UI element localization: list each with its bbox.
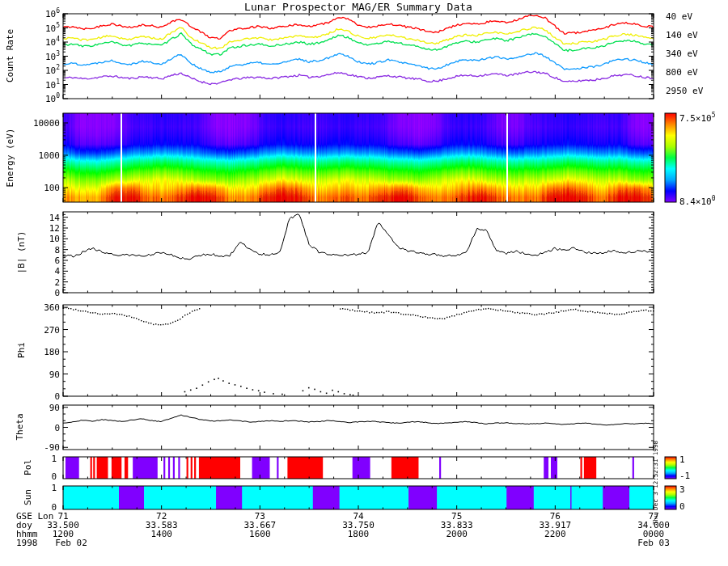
phi-dot xyxy=(493,309,493,310)
phi-dot xyxy=(342,308,343,309)
phi-dot xyxy=(548,312,549,313)
pol-bar-segment xyxy=(163,457,165,479)
pol-ylabel: Pol xyxy=(23,459,33,475)
phi-dot xyxy=(556,311,557,312)
phi-dot xyxy=(153,324,154,325)
pol-scalebar xyxy=(665,457,676,479)
phi-dot xyxy=(524,313,525,314)
phi-dot xyxy=(565,310,566,311)
pol-scale-min: -1 xyxy=(679,471,690,481)
phi-dot xyxy=(388,310,389,311)
phi-dot xyxy=(420,316,421,317)
sun-scalebar xyxy=(665,486,676,509)
phi-dot xyxy=(400,314,401,315)
phi-dot xyxy=(629,311,629,312)
ytick-label: 6 xyxy=(54,256,60,266)
phi-dot xyxy=(163,324,163,325)
pol-bar-segment xyxy=(584,457,596,479)
bmag-ylabel: |B| (nT) xyxy=(16,231,27,274)
pol-bar-segment xyxy=(191,457,193,479)
phi-dot xyxy=(578,310,578,310)
ytick-label: 90 xyxy=(49,403,60,413)
phi-dot xyxy=(519,313,520,314)
phi-dot xyxy=(604,313,605,314)
legend-140ev: 140 eV xyxy=(666,30,698,40)
ytick-label: 100 xyxy=(45,92,60,104)
phi-dot xyxy=(165,323,166,324)
phi-dot xyxy=(376,312,377,313)
phi-dot xyxy=(536,315,537,315)
ytick-label: 0 xyxy=(54,391,60,402)
count-rate-legend: 40 eV 140 eV 340 eV 800 eV 2950 eV xyxy=(666,11,704,96)
phi-dot xyxy=(362,311,362,312)
phi-dot xyxy=(539,314,540,315)
xtick-hhmm: 2200 xyxy=(544,529,566,539)
phi-dot xyxy=(517,312,518,313)
phi-dot xyxy=(172,322,173,323)
ytick-label: 1 xyxy=(51,483,57,493)
count-rate-ylabel: Count Rate xyxy=(5,29,15,82)
phi-dot xyxy=(141,320,142,321)
phi-dot xyxy=(116,314,117,315)
sun-bar-segment xyxy=(506,486,534,509)
phi-dot xyxy=(553,313,554,314)
phi-dot xyxy=(320,391,322,393)
pol-bar-segment xyxy=(178,457,180,479)
phi-dot xyxy=(80,310,81,311)
phi-dot xyxy=(434,318,435,319)
ytick-label: 10 xyxy=(49,234,60,244)
series-line-800ev xyxy=(63,53,654,73)
ytick-label: 105 xyxy=(45,22,60,34)
phi-dot xyxy=(124,315,125,316)
phi-dot xyxy=(158,324,159,325)
phi-dot xyxy=(633,310,634,311)
ytick-label: 14 xyxy=(49,213,61,223)
phi-dot xyxy=(240,386,242,387)
phi-dot xyxy=(408,314,408,315)
phi-dot xyxy=(405,314,406,315)
phi-dot xyxy=(500,309,501,310)
phi-dot xyxy=(197,309,197,310)
legend-2950ev: 2950 eV xyxy=(666,86,704,96)
phi-dot xyxy=(175,321,176,322)
phi-dot xyxy=(347,309,348,310)
ytick-label: 101 xyxy=(45,78,60,91)
phi-dot xyxy=(381,311,382,312)
theta-line xyxy=(63,415,654,425)
phi-dot xyxy=(570,309,571,310)
phi-dot xyxy=(582,310,583,311)
phi-dot xyxy=(138,319,139,320)
phi-dot xyxy=(505,310,506,311)
phi-dot xyxy=(199,308,200,309)
colorbar-min-label: 8.4×100 xyxy=(679,195,716,207)
ytick-label: 270 xyxy=(44,325,60,336)
phi-dot xyxy=(90,312,91,313)
phi-dot xyxy=(529,313,530,314)
phi-dot xyxy=(483,308,484,309)
phi-dot xyxy=(386,310,387,311)
pol-bar-segment xyxy=(187,457,188,479)
phi-dot xyxy=(648,310,649,311)
ytick-label: 0 xyxy=(54,423,60,433)
phi-dot xyxy=(444,318,445,319)
phi-dot xyxy=(638,310,639,311)
phi-dot xyxy=(264,391,265,393)
phi-dot xyxy=(641,310,641,310)
pol-bar-segment xyxy=(133,457,158,479)
phi-dot xyxy=(534,315,535,315)
ytick-label: 10000 xyxy=(33,118,60,129)
summary-plot-svg: Lunar Prospector MAG/ER Summary Data Cou… xyxy=(0,0,728,566)
caption-year: 1998 xyxy=(16,538,38,548)
phi-dot xyxy=(480,309,481,310)
panel-border xyxy=(63,113,654,202)
phi-dot xyxy=(461,314,462,315)
phi-dot xyxy=(587,311,588,312)
ytick-label: 8 xyxy=(54,245,60,256)
phi-dot xyxy=(167,323,168,324)
phi-dot xyxy=(326,393,328,395)
legend-340ev: 340 eV xyxy=(666,49,698,59)
ytick-label: 180 xyxy=(44,347,60,357)
phi-dot xyxy=(303,390,304,391)
phi-dot xyxy=(97,313,98,314)
pol-bar-segment xyxy=(66,457,79,479)
